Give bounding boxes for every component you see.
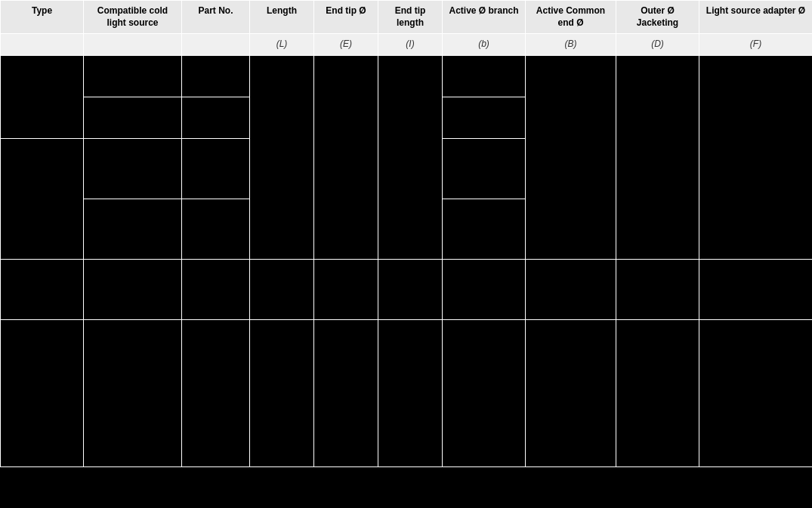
- cell-endtip-len: [378, 259, 443, 319]
- col-header-outer-jack: Outer Ø Jacketing: [616, 1, 699, 34]
- cell-endtip-len: [378, 319, 443, 466]
- cell-endtip-len: [378, 55, 443, 259]
- cell-active-branch: [443, 259, 526, 319]
- header-row-1: Type Compatible cold light source Part N…: [1, 1, 813, 34]
- col-header-compatible: Compatible cold light source: [84, 1, 182, 34]
- cell-endtip-diam: [314, 259, 378, 319]
- cell-light-src: [699, 259, 813, 319]
- cell-outer-jack: [616, 55, 699, 259]
- table-row: [1, 319, 813, 466]
- cell-active-branch: [443, 138, 526, 199]
- cell-compatible: [84, 259, 182, 319]
- col-subheader-length: (L): [250, 34, 314, 56]
- cell-active-branch: [443, 199, 526, 259]
- col-subheader-light-src: (F): [699, 34, 813, 56]
- col-header-active-common: Active Common end Ø: [526, 1, 616, 34]
- cell-compatible: [84, 138, 182, 199]
- cell-active-common: [526, 55, 616, 259]
- cell-active-common: [526, 319, 616, 466]
- cell-active-branch: [443, 55, 526, 97]
- col-subheader-outer-jack: (D): [616, 34, 699, 56]
- col-subheader-partno: [182, 34, 250, 56]
- cell-light-src: [699, 55, 813, 259]
- cell-endtip-diam: [314, 319, 378, 466]
- col-subheader-type: [1, 34, 84, 56]
- col-header-endtip-diam: End tip Ø: [314, 1, 378, 34]
- table-container: Type Compatible cold light source Part N…: [0, 0, 812, 467]
- cell-outer-jack: [616, 259, 699, 319]
- col-subheader-active-branch: (b): [443, 34, 526, 56]
- col-header-light-src: Light source adapter Ø: [699, 1, 813, 34]
- col-subheader-endtip-diam: (E): [314, 34, 378, 56]
- table-row: [1, 55, 813, 97]
- cell-length: [250, 259, 314, 319]
- cell-active-branch: [443, 319, 526, 466]
- cell-compatible: [84, 55, 182, 97]
- col-subheader-active-common: (B): [526, 34, 616, 56]
- cell-type: [1, 55, 84, 138]
- cell-compatible: [84, 199, 182, 259]
- header-row-2: (L) (E) (I) (b) (B) (D) (F): [1, 34, 813, 56]
- col-header-length: Length: [250, 1, 314, 34]
- col-header-type: Type: [1, 1, 84, 34]
- col-header-partno: Part No.: [182, 1, 250, 34]
- cell-partno: [182, 319, 250, 466]
- col-subheader-endtip-len: (I): [378, 34, 443, 56]
- cell-partno: [182, 259, 250, 319]
- cell-type: [1, 319, 84, 466]
- cell-length: [250, 319, 314, 466]
- cell-partno: [182, 55, 250, 97]
- cell-partno: [182, 199, 250, 259]
- cell-active-common: [526, 259, 616, 319]
- col-header-endtip-len: End tip length: [378, 1, 443, 34]
- cell-compatible: [84, 97, 182, 138]
- cell-partno: [182, 97, 250, 138]
- cell-type: [1, 138, 84, 259]
- table-row: [1, 259, 813, 319]
- cell-length: [250, 55, 314, 259]
- cell-active-branch: [443, 97, 526, 138]
- data-table: Type Compatible cold light source Part N…: [0, 0, 812, 467]
- cell-type: [1, 259, 84, 319]
- cell-light-src: [699, 319, 813, 466]
- col-subheader-compatible: [84, 34, 182, 56]
- cell-outer-jack: [616, 319, 699, 466]
- cell-endtip-diam: [314, 55, 378, 259]
- cell-compatible: [84, 319, 182, 466]
- col-header-active-branch: Active Ø branch: [443, 1, 526, 34]
- cell-partno: [182, 138, 250, 199]
